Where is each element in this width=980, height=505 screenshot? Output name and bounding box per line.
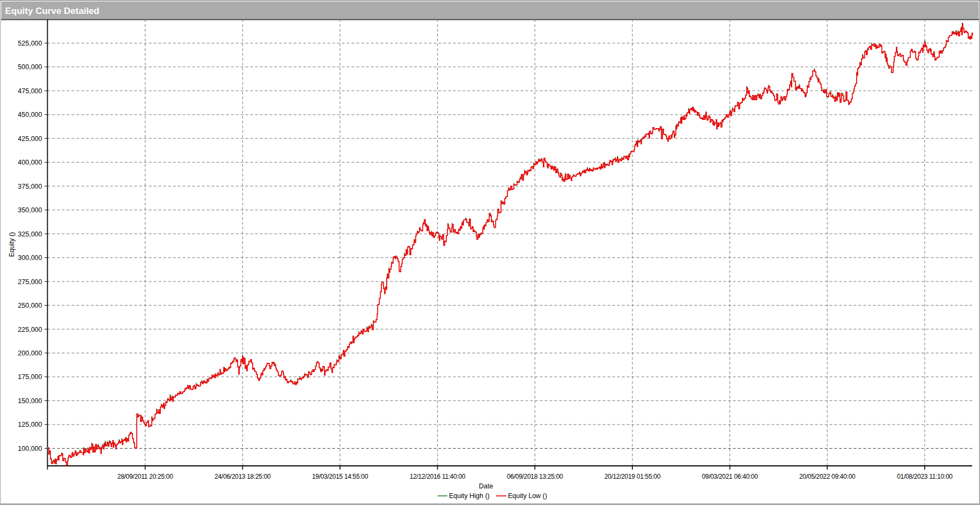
svg-text:150,000: 150,000 (18, 397, 42, 405)
svg-text:500,000: 500,000 (18, 63, 42, 71)
svg-text:425,000: 425,000 (18, 135, 42, 143)
svg-text:28/09/2011 20:25:00: 28/09/2011 20:25:00 (117, 473, 173, 480)
svg-text:100,000: 100,000 (18, 445, 42, 452)
svg-text:Equity Low (): Equity Low () (508, 492, 547, 500)
svg-text:400,000: 400,000 (18, 159, 42, 166)
svg-text:475,000: 475,000 (18, 87, 42, 95)
svg-text:Equity Curve Detailed: Equity Curve Detailed (5, 6, 100, 16)
svg-text:525,000: 525,000 (18, 40, 42, 47)
svg-text:300,000: 300,000 (18, 254, 42, 262)
svg-text:20/05/2022 09:40:00: 20/05/2022 09:40:00 (799, 473, 856, 480)
svg-text:Date: Date (479, 482, 493, 490)
svg-text:Equity (): Equity () (8, 232, 16, 257)
svg-text:175,000: 175,000 (18, 373, 42, 381)
svg-text:Equity High (): Equity High () (449, 492, 490, 500)
svg-text:250,000: 250,000 (18, 302, 42, 309)
svg-text:375,000: 375,000 (18, 183, 42, 190)
svg-text:24/06/2013 18:25:00: 24/06/2013 18:25:00 (215, 473, 271, 480)
svg-text:125,000: 125,000 (18, 421, 42, 428)
svg-text:09/03/2021 06:40:00: 09/03/2021 06:40:00 (702, 473, 758, 480)
svg-text:450,000: 450,000 (18, 111, 42, 118)
svg-text:200,000: 200,000 (18, 350, 42, 357)
svg-text:20/12/2019 01:55:00: 20/12/2019 01:55:00 (605, 473, 661, 480)
svg-text:01/08/2023 11:10:00: 01/08/2023 11:10:00 (897, 473, 953, 480)
svg-text:06/09/2018 13:25:00: 06/09/2018 13:25:00 (507, 473, 563, 480)
svg-text:275,000: 275,000 (18, 278, 42, 286)
svg-text:12/12/2016 11:40:00: 12/12/2016 11:40:00 (410, 473, 466, 480)
svg-text:325,000: 325,000 (18, 231, 42, 238)
svg-text:19/03/2015 14:55:00: 19/03/2015 14:55:00 (312, 473, 369, 480)
svg-text:350,000: 350,000 (18, 206, 42, 214)
svg-text:225,000: 225,000 (18, 326, 42, 333)
